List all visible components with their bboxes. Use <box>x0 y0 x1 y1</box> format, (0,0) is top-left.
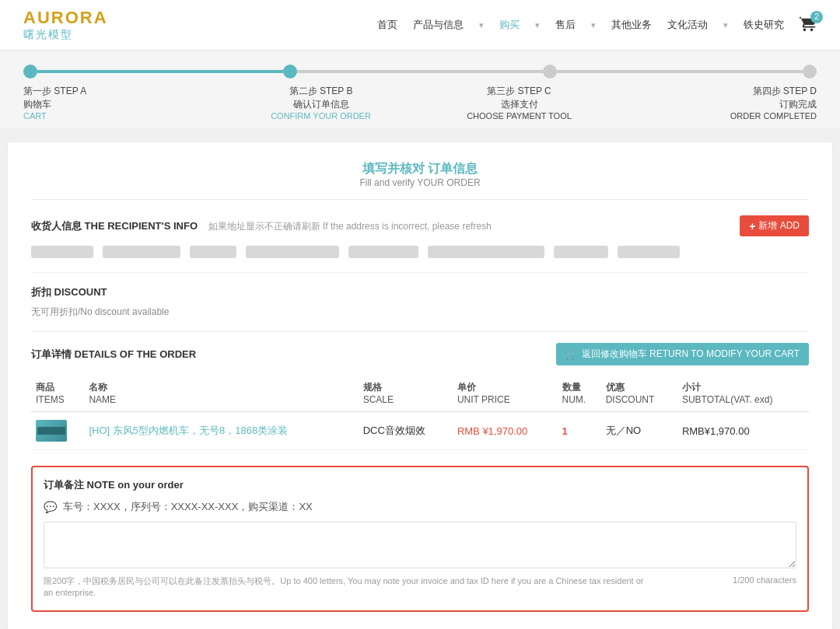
item-subtotal-cell: RMB¥1,970.00 <box>677 412 809 450</box>
table-row: [HO] 东风5型内燃机车，无号8，1868类涂装 DCC音效烟效 RMB ¥1… <box>31 412 809 450</box>
item-scale-cell: DCC音效烟效 <box>359 412 453 450</box>
order-details-header: 订单详情 DETAILS OF THE ORDER 🛒 返回修改购物车 RETU… <box>31 343 809 365</box>
steps-labels: 第一步 STEP A 购物车 CART 第二步 STEP B 确认订单信息 CO… <box>23 85 817 121</box>
item-name: [HO] 东风5型内燃机车，无号8，1868类涂装 <box>89 425 288 436</box>
col-discount: 优惠DISCOUNT <box>601 375 677 412</box>
blur-5 <box>348 246 418 258</box>
header: AURORA 曙光模型 首页 产品与信息▾ 购买▾ 售后▾ 其他业务 文化活动▾… <box>0 0 840 51</box>
recipient-section: 收货人信息 THE RECIPIENT'S INFO 如果地址显示不正确请刷新 … <box>31 215 809 258</box>
note-hint: 限200字，中国税务居民与公司可以在此备注发票抬头与税号。Up to 400 l… <box>44 575 646 599</box>
col-name: 名称NAME <box>84 375 358 412</box>
step-dot-1 <box>23 65 37 79</box>
item-price-cell: RMB ¥1,970.00 <box>453 412 558 450</box>
nav-home[interactable]: 首页 <box>377 18 397 32</box>
item-name-cell: [HO] 东风5型内燃机车，无号8，1868类涂装 <box>84 412 358 450</box>
logo-sub: 曙光模型 <box>23 28 108 42</box>
nav-culture[interactable]: 文化活动 <box>667 18 708 32</box>
blur-2 <box>103 246 180 258</box>
blur-3 <box>190 246 236 258</box>
nav-other[interactable]: 其他业务 <box>611 18 652 32</box>
blur-7 <box>554 246 608 258</box>
add-address-button[interactable]: + 新增 ADD <box>740 215 809 236</box>
step-label-2: 第二步 STEP B 确认订单信息 CONFIRM YOUR ORDER <box>222 85 420 121</box>
col-items: 商品ITEMS <box>31 375 84 412</box>
connector-3-4 <box>557 70 803 73</box>
logo: AURORA 曙光模型 <box>23 8 108 42</box>
recipient-address-blurred <box>31 246 809 258</box>
step1-cn: 第一步 STEP A <box>23 85 86 98</box>
step2-subcn: 确认订单信息 <box>293 98 349 111</box>
steps-bar: 第一步 STEP A 购物车 CART 第二步 STEP B 确认订单信息 CO… <box>0 51 840 128</box>
main-content: 填写并核对 订单信息 Fill and verify YOUR ORDER 收货… <box>8 142 832 629</box>
nav-aftersale[interactable]: 售后 <box>555 18 576 32</box>
step-label-4: 第四步 STEP D 订购完成 ORDER COMPLETED <box>618 85 817 121</box>
recipient-title-group: 收货人信息 THE RECIPIENT'S INFO 如果地址显示不正确请刷新 … <box>31 219 492 233</box>
dropdown-arrow-1: ▾ <box>479 20 484 30</box>
nav-products[interactable]: 产品与信息 <box>413 18 464 32</box>
item-discount-cell: 无／NO <box>601 412 677 450</box>
step-dot-4 <box>803 65 817 79</box>
note-section: 订单备注 NOTE on your order 💬 车号：XXXX，序列号：XX… <box>31 466 809 612</box>
blur-4 <box>246 246 339 258</box>
connector-1-2 <box>37 70 283 73</box>
step4-cn: 第四步 STEP D <box>753 85 817 98</box>
page-title-en: Fill and verify YOUR ORDER <box>31 177 809 188</box>
item-image <box>36 420 67 442</box>
table-header-row: 商品ITEMS 名称NAME 规格SCALE 单价UNIT PRICE 数量NU… <box>31 375 809 412</box>
step-dot-2 <box>283 65 297 79</box>
step-label-3: 第三步 STEP C 选择支付 CHOOSE PAYMENT TOOL <box>420 85 618 121</box>
nav-history[interactable]: 铁史研究 <box>744 18 784 32</box>
section-title: 填写并核对 订单信息 Fill and verify YOUR ORDER <box>31 161 809 200</box>
col-subtotal: 小计SUBTOTAL(VAT. exd) <box>677 375 809 412</box>
blur-1 <box>31 246 93 258</box>
add-btn-label: 新增 ADD <box>758 219 800 232</box>
note-footer: 限200字，中国税务居民与公司可以在此备注发票抬头与税号。Up to 400 l… <box>44 575 796 599</box>
discount-section: 折扣 DISCOUNT 无可用折扣/No discount available <box>31 272 809 319</box>
note-prefill-text: 车号：XXXX，序列号：XXXX-XX-XXX，购买渠道：XX <box>63 500 313 514</box>
note-count: 1/200 characters <box>733 575 796 585</box>
item-qty: 1 <box>562 425 568 437</box>
item-image-cell <box>31 412 84 450</box>
recipient-note: 如果地址显示不正确请刷新 If the address is incorrect… <box>208 221 492 232</box>
blur-6 <box>428 246 544 258</box>
item-price: RMB ¥1,970.00 <box>457 425 527 437</box>
col-scale: 规格SCALE <box>359 375 453 412</box>
connector-2-3 <box>297 70 543 73</box>
plus-icon: + <box>749 220 755 232</box>
note-title: 订单备注 NOTE on your order <box>44 478 796 492</box>
step3-subcn: 选择支付 <box>501 98 538 111</box>
col-unit-price: 单价UNIT PRICE <box>453 375 558 412</box>
discount-title: 折扣 DISCOUNT <box>31 285 809 299</box>
return-to-cart-button[interactable]: 🛒 返回修改购物车 RETURN TO MODIFY YOUR CART <box>556 343 809 365</box>
note-textarea[interactable] <box>44 522 796 568</box>
recipient-title: 收货人信息 THE RECIPIENT'S INFO <box>31 220 198 232</box>
note-prefill: 💬 车号：XXXX，序列号：XXXX-XX-XXX，购买渠道：XX <box>44 500 796 514</box>
steps-dots <box>23 65 817 79</box>
step3-cn: 第三步 STEP C <box>487 85 551 98</box>
nav-buy[interactable]: 购买 <box>499 18 520 32</box>
recipient-header: 收货人信息 THE RECIPIENT'S INFO 如果地址显示不正确请刷新 … <box>31 215 809 236</box>
main-nav: 首页 产品与信息▾ 购买▾ 售后▾ 其他业务 文化活动▾ 铁史研究 2 <box>377 16 817 35</box>
cart-badge: 2 <box>810 11 823 23</box>
comment-icon: 💬 <box>44 501 57 513</box>
step2-cn: 第二步 STEP B <box>289 85 353 98</box>
step4-subcn: 订购完成 <box>779 98 817 111</box>
logo-aurora: AURORA <box>23 8 108 28</box>
order-table: 商品ITEMS 名称NAME 规格SCALE 单价UNIT PRICE 数量NU… <box>31 375 809 450</box>
col-num: 数量NUM. <box>558 375 601 412</box>
cart-return-icon: 🛒 <box>565 349 577 360</box>
step1-subcn: 购物车 <box>23 98 51 111</box>
page-title-cn: 填写并核对 订单信息 <box>31 161 809 177</box>
dropdown-arrow-4: ▾ <box>723 20 728 30</box>
dropdown-arrow-2: ▾ <box>535 20 540 30</box>
step-dot-3 <box>543 65 557 79</box>
order-details-title: 订单详情 DETAILS OF THE ORDER <box>31 348 196 362</box>
item-qty-cell: 1 <box>558 412 601 450</box>
blur-8 <box>618 246 680 258</box>
order-details-section: 订单详情 DETAILS OF THE ORDER 🛒 返回修改购物车 RETU… <box>31 331 809 450</box>
dropdown-arrow-3: ▾ <box>591 20 596 30</box>
cart-button[interactable]: 2 <box>800 16 817 35</box>
item-image-inner <box>37 427 65 435</box>
step3-en: CHOOSE PAYMENT TOOL <box>467 111 572 121</box>
step1-en: CART <box>23 111 47 121</box>
